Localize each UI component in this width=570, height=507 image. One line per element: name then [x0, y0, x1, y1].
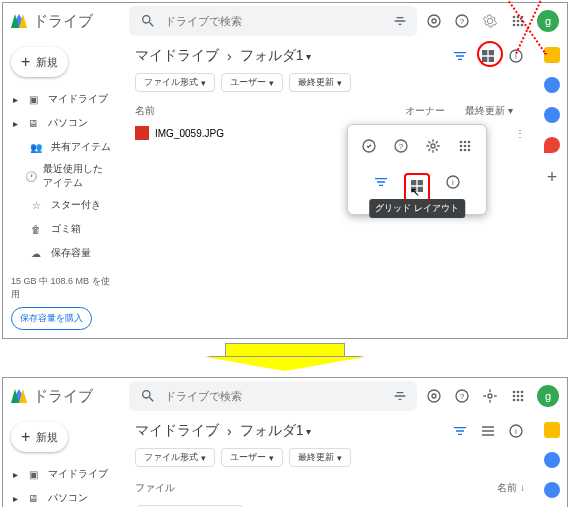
svg-point-18: [431, 144, 435, 148]
popup-support-icon[interactable]: [360, 137, 378, 155]
sidebar-item-shared[interactable]: 👥共有アイテム: [11, 135, 115, 159]
popup-grid-button[interactable]: ↖ グリッド レイアウト: [404, 173, 430, 202]
sidebar-item-computers[interactable]: ▸🖥パソコン: [11, 486, 115, 507]
tasks-icon[interactable]: [544, 107, 560, 123]
add-panel-icon[interactable]: +: [547, 167, 558, 188]
sidebar-label: マイドライブ: [48, 92, 108, 106]
drive-logo[interactable]: ドライブ: [11, 387, 121, 406]
drive-icon: ▣: [24, 90, 42, 108]
svg-point-4: [513, 16, 516, 19]
chip-filetype[interactable]: ファイル形式▾: [135, 73, 215, 92]
search-input[interactable]: [165, 15, 407, 27]
sidebar-item-recent[interactable]: 🕐最近使用したアイテム: [11, 159, 115, 193]
sidebar-item-mydrive[interactable]: ▸▣マイドライブ: [11, 87, 115, 111]
filter-list-icon[interactable]: [451, 47, 469, 65]
search-input[interactable]: [165, 390, 407, 402]
svg-text:i: i: [452, 178, 454, 187]
sidebar-label: 共有アイテム: [51, 140, 111, 154]
computer-icon: 🖥: [24, 114, 42, 132]
popup-gear-icon[interactable]: [424, 137, 442, 155]
svg-point-10: [513, 24, 516, 27]
search-bar[interactable]: [129, 381, 417, 411]
svg-point-34: [488, 394, 492, 398]
help-icon[interactable]: ?: [453, 12, 471, 30]
chip-user[interactable]: ユーザー▾: [221, 73, 283, 92]
avatar[interactable]: g: [537, 10, 559, 32]
new-button[interactable]: +新規: [11, 422, 68, 452]
side-panel: +: [537, 39, 567, 338]
new-button-label: 新規: [36, 430, 58, 445]
chip-modified[interactable]: 最終更新▾: [289, 448, 351, 467]
svg-point-40: [521, 395, 524, 398]
svg-point-43: [521, 399, 524, 402]
top-icons: ? g: [425, 10, 559, 32]
chip-filetype[interactable]: ファイル形式▾: [135, 448, 215, 467]
section-files: ファイル: [135, 481, 175, 495]
popup-apps-icon[interactable]: [456, 137, 474, 155]
sidebar: +新規 ▸▣マイドライブ ▸🖥パソコン 👥共有アイテム 🕐最近使用したアイテム …: [3, 414, 123, 507]
contacts-icon[interactable]: [544, 137, 560, 153]
sort-by-name[interactable]: 名前 ↓: [497, 481, 525, 495]
list-view-icon[interactable]: [479, 422, 497, 440]
filter-list-icon[interactable]: [451, 422, 469, 440]
sidebar-item-starred[interactable]: ☆スター付き: [11, 193, 115, 217]
sidebar-label: 最近使用したアイテム: [43, 162, 113, 190]
col-owner[interactable]: オーナー: [405, 104, 465, 118]
svg-point-30: [428, 390, 440, 402]
tasks-icon[interactable]: [544, 482, 560, 498]
svg-point-38: [513, 395, 516, 398]
keep-icon[interactable]: [544, 452, 560, 468]
body: +新規 ▸▣マイドライブ ▸🖥パソコン 👥共有アイテム 🕐最近使用したアイテム …: [3, 414, 567, 507]
gear-icon[interactable]: [481, 12, 499, 30]
sidebar-item-trash[interactable]: 🗑ゴミ箱: [11, 217, 115, 241]
svg-point-26: [464, 149, 467, 152]
breadcrumb: マイドライブ › フォルダ1 ▾ i: [135, 422, 525, 440]
info-icon[interactable]: i: [507, 422, 525, 440]
gear-icon[interactable]: [481, 387, 499, 405]
keep-icon[interactable]: [544, 77, 560, 93]
svg-point-31: [432, 394, 436, 398]
search-bar[interactable]: [129, 6, 417, 36]
buy-storage-button[interactable]: 保存容量を購入: [11, 307, 92, 330]
sidebar-label: マイドライブ: [48, 467, 108, 481]
breadcrumb: マイドライブ › フォルダ1 ▾ i: [135, 47, 525, 65]
support-icon[interactable]: [425, 387, 443, 405]
calendar-icon[interactable]: [544, 422, 560, 438]
breadcrumb-folder[interactable]: フォルダ1 ▾: [240, 422, 312, 440]
new-button[interactable]: +新規: [11, 47, 68, 77]
annotation-circle: [477, 41, 503, 67]
breadcrumb-root[interactable]: マイドライブ: [135, 422, 219, 440]
drive-logo[interactable]: ドライブ: [11, 12, 121, 31]
filter-icon[interactable]: [391, 387, 409, 405]
sidebar-label: パソコン: [48, 491, 88, 505]
filter-icon[interactable]: [391, 12, 409, 30]
new-button-label: 新規: [36, 55, 58, 70]
support-icon[interactable]: [425, 12, 443, 30]
popup-filter-icon[interactable]: [372, 173, 390, 191]
sidebar-item-mydrive[interactable]: ▸▣マイドライブ: [11, 462, 115, 486]
svg-point-23: [464, 145, 467, 148]
chip-user[interactable]: ユーザー▾: [221, 448, 283, 467]
sidebar-item-storage[interactable]: ☁保存容量: [11, 241, 115, 265]
popup-help-icon[interactable]: ?: [392, 137, 410, 155]
breadcrumb-root[interactable]: マイドライブ: [135, 47, 219, 65]
more-icon[interactable]: ⋮: [515, 128, 525, 139]
search-icon: [139, 387, 157, 405]
avatar[interactable]: g: [537, 385, 559, 407]
svg-point-41: [513, 399, 516, 402]
breadcrumb-folder[interactable]: フォルダ1 ▾: [240, 47, 312, 65]
calendar-icon[interactable]: [544, 47, 560, 63]
sidebar-item-computers[interactable]: ▸🖥パソコン: [11, 111, 115, 135]
svg-text:?: ?: [460, 392, 465, 401]
top-icons: ? g: [425, 385, 559, 407]
col-modified[interactable]: 最終更新 ▾: [465, 104, 525, 118]
svg-text:?: ?: [399, 142, 404, 151]
svg-point-39: [517, 395, 520, 398]
apps-icon[interactable]: [509, 387, 527, 405]
popup-info-icon[interactable]: i: [444, 173, 462, 191]
help-icon[interactable]: ?: [453, 387, 471, 405]
chip-modified[interactable]: 最終更新▾: [289, 73, 351, 92]
svg-point-8: [517, 20, 520, 23]
cloud-icon: ☁: [27, 244, 45, 262]
col-name[interactable]: 名前: [135, 104, 405, 118]
